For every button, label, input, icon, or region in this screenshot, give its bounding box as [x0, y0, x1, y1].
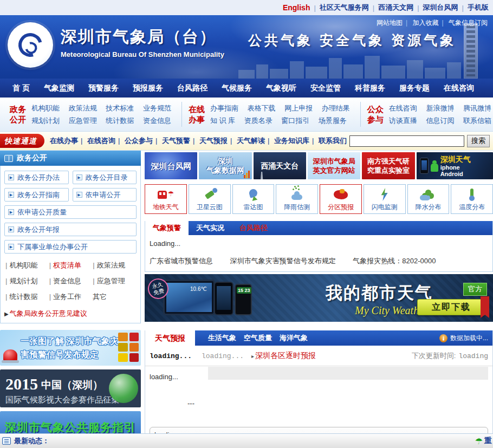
tile-severe-weather-lab[interactable]: 南方强天气研 究重点实验室	[362, 152, 414, 179]
bureau-logo-icon	[8, 22, 53, 68]
tile-lightning-monitor[interactable]: 闪电监测	[364, 184, 406, 214]
subnav-link[interactable]: 场景服务	[319, 116, 347, 125]
subnav-link[interactable]: 办理结果	[322, 104, 350, 112]
subnav-link[interactable]: 统计数据	[106, 116, 134, 125]
tile-precipitation-dist[interactable]: 降水分布	[407, 184, 450, 214]
nav-item-science[interactable]: 科普服务	[348, 79, 392, 98]
subnav-link[interactable]: 信息订阅	[426, 116, 454, 125]
quick-link[interactable]: 在线咨询	[87, 137, 115, 145]
nav-item-safety[interactable]: 安全监管	[303, 79, 348, 98]
subnav-link[interactable]: 知 识 库	[210, 116, 235, 125]
subnav-link[interactable]: 在线咨询	[389, 104, 417, 112]
subnav-link[interactable]: 网上申报	[284, 104, 313, 112]
tile-typhoon-site[interactable]: 深圳台风网	[145, 152, 197, 179]
nav-item-consult[interactable]: 在线咨询	[437, 79, 481, 98]
quick-link[interactable]: 在线办事	[50, 137, 78, 145]
sidebar-link[interactable]: |业务工作	[49, 292, 93, 302]
subnav-link[interactable]: 腾讯微博	[463, 104, 491, 112]
nav-item-topics[interactable]: 服务专题	[392, 79, 437, 98]
search-button[interactable]: 搜索	[467, 135, 490, 147]
subnav-link[interactable]: 办事指南	[210, 104, 238, 112]
nav-item-climate[interactable]: 气候服务	[215, 79, 259, 98]
quick-link[interactable]: 天气解读	[237, 137, 265, 145]
tile-astro-observatory[interactable]: 西涌天文台	[254, 152, 306, 179]
subnav-link[interactable]: 新浪微博	[426, 104, 454, 112]
gov-open-button[interactable]: 依申请公开	[73, 188, 137, 202]
gov-open-button[interactable]: 政务公开办法	[4, 171, 69, 184]
sidebar-link[interactable]: 其它	[93, 292, 137, 302]
tile-english-site[interactable]: 深圳市气象局 英文官方网站	[308, 152, 360, 179]
tile-temperature-dist[interactable]: 温度分布	[451, 184, 493, 214]
link-mobile-version[interactable]: 手机版	[468, 3, 489, 12]
subnav-link[interactable]: 表格下载	[248, 104, 276, 112]
nav-item-typhoon[interactable]: 台风路径	[170, 79, 215, 98]
subnav-link[interactable]: 资质名录	[244, 116, 273, 125]
link-english[interactable]: English	[283, 3, 310, 12]
subnav-link[interactable]: 应急管理	[69, 116, 97, 125]
subnav-link[interactable]: 政策法规	[69, 104, 97, 112]
tile-district-forecast[interactable]: 分区预报	[320, 184, 362, 214]
quick-channel-bar: 快速通道 在线办事| 在线咨询| 公众参与| 天气预警| 天气预报| 天气解读|…	[0, 132, 493, 151]
gov-open-button[interactable]: 政务公开指南	[4, 188, 69, 202]
sidebar-link[interactable]: |统计数据	[5, 292, 49, 302]
link-warning-signal-rules[interactable]: 深圳市气象灾害预警信号发布规定	[230, 257, 336, 265]
gov-open-button[interactable]: 政务公开年报	[4, 223, 137, 236]
gov-open-button[interactable]: 依申请公开质量	[4, 205, 137, 219]
subnav-link[interactable]: 技术标准	[106, 104, 134, 112]
city-weather-app-banner[interactable]: 10.6℃ 15 23 永久免费 我的都市天气 官方 My City Weath…	[145, 274, 493, 322]
download-now-button[interactable]: 立即下载	[417, 299, 485, 315]
link-typhoon-site[interactable]: 深圳台风网	[423, 3, 458, 12]
tab-air-quality[interactable]: 空气质量	[244, 333, 272, 343]
tab-weather-warning[interactable]: 气象预警	[145, 221, 189, 235]
main-nav: 首 页 气象监测 预警服务 预报服务 台风路径 气候服务 气象视听 安全监管 科…	[0, 79, 493, 98]
bottom-right-link[interactable]: ☂ 重	[475, 436, 492, 446]
tab-weather-live[interactable]: 天气实况	[189, 221, 232, 235]
search-input[interactable]	[349, 135, 464, 147]
quick-link[interactable]: 天气预警	[162, 137, 190, 145]
subnav-link[interactable]: 机构职能	[31, 104, 60, 112]
subnav-link[interactable]: 访谈直播	[389, 116, 417, 125]
suggestion-link[interactable]: ▶气象局政务公开意见建议	[4, 309, 137, 319]
subnav-link[interactable]: 业务规范	[143, 104, 171, 112]
tab-marine-weather[interactable]: 海洋气象	[280, 333, 308, 343]
nav-item-media[interactable]: 气象视听	[259, 79, 303, 98]
sidebar-link[interactable]: |规划计划	[5, 276, 49, 286]
link-add-favorite[interactable]: 加入收藏	[413, 19, 439, 27]
quick-link[interactable]: 天气预报	[199, 137, 228, 145]
nav-item-forecast[interactable]: 预报服务	[126, 79, 170, 98]
subnav-link[interactable]: 窗口指引	[281, 116, 309, 125]
subnav-link[interactable]: 资金信息	[143, 116, 171, 125]
subnav-link[interactable]: 规划计划	[31, 116, 60, 125]
quick-link[interactable]: 联系我们	[319, 137, 347, 145]
gov-open-button[interactable]: 政务公开目录	[73, 171, 137, 184]
climate-film-banner[interactable]: 2015中国（深圳） 国际气候影视大会参赛作品征集	[0, 369, 141, 407]
quick-link[interactable]: 业务知识库	[274, 137, 309, 145]
link-community-weather[interactable]: 社区天气服务网	[320, 3, 369, 12]
sidebar-link[interactable]: |政策法规	[93, 261, 137, 270]
link-xichong-astro[interactable]: 西涌天文网	[378, 3, 413, 12]
tile-satellite-image[interactable]: 卫星云图	[189, 184, 231, 214]
tab-weather-forecast[interactable]: 天气预报	[145, 330, 195, 346]
link-gd-warning-info[interactable]: 广东省城市预警信息	[150, 257, 213, 265]
nav-item-warning[interactable]: 预警服务	[81, 79, 126, 98]
sidebar-link[interactable]: |资金信息	[49, 276, 93, 286]
tab-typhoon-track[interactable]: 台风路径	[232, 221, 275, 235]
tile-radar-image[interactable]: 雷达图	[232, 184, 275, 214]
tile-weather-app[interactable]: 深圳天气 iphone Android	[417, 152, 493, 179]
warning-signals-banner[interactable]: 一张图了解 深圳市气象灾 害预警信号发布规定	[0, 330, 141, 366]
gov-open-button[interactable]: 下属事业单位办事公开	[4, 240, 137, 254]
quick-link[interactable]: 公众参与	[125, 137, 153, 145]
tile-rain-estimate[interactable]: 降雨估测	[276, 184, 318, 214]
hourly-forecast-link[interactable]: ▸深圳各区逐时预报	[251, 351, 316, 361]
sidebar-link[interactable]: |应急管理	[93, 276, 137, 286]
sidebar-link[interactable]: |机构职能	[5, 261, 49, 270]
link-sitemap[interactable]: 网站地图	[377, 19, 403, 27]
tile-metro-weather[interactable]: 地铁天气	[145, 184, 187, 214]
sidebar-link-power-list[interactable]: |权责清单	[49, 261, 93, 270]
subnav-link[interactable]: 联系信箱	[463, 116, 491, 125]
nav-item-monitoring[interactable]: 气象监测	[37, 79, 81, 98]
nav-item-home[interactable]: 首 页	[5, 79, 37, 98]
tab-life-weather[interactable]: 生活气象	[208, 333, 236, 343]
link-subscribe[interactable]: 气象信息订阅	[449, 19, 488, 27]
tile-data-site[interactable]: 深圳 气象数据网	[199, 152, 251, 179]
